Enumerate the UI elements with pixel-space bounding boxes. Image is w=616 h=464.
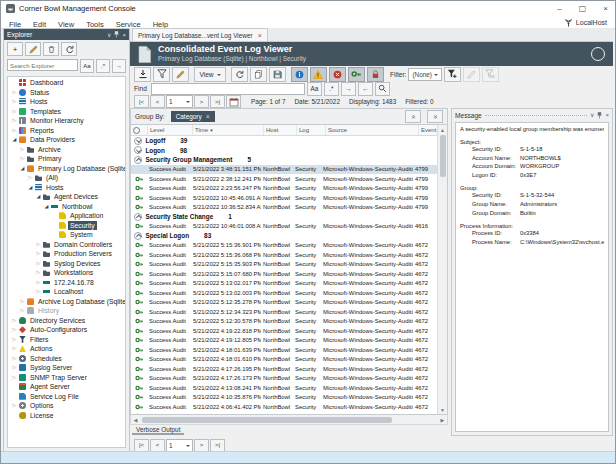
copy-button[interactable]	[250, 67, 267, 82]
toggle-failure-audit-button[interactable]	[367, 67, 384, 82]
collapse-icon[interactable]: ◢	[35, 194, 42, 199]
event-row[interactable]: Success Audit5/21/2022 5:15:35.903 PMNor…	[131, 260, 437, 270]
collapse-icon[interactable]: ◢	[43, 204, 50, 209]
add-filter-button[interactable]	[444, 67, 461, 82]
column-header-host[interactable]: Host	[264, 125, 297, 135]
find-previous-icon[interactable]: ←	[358, 82, 373, 96]
group-row-special-logon[interactable]: Special Logon83	[131, 231, 437, 241]
toggle-error-button[interactable]	[329, 67, 346, 82]
event-row[interactable]: Success Audit5/21/2022 5:12:34.323 PMNor…	[131, 307, 437, 317]
tree-item-primary[interactable]: ▷Primary	[8, 154, 125, 164]
previous-page-button[interactable]: <	[150, 95, 165, 108]
pin-icon[interactable]	[597, 112, 602, 119]
delete-button[interactable]	[43, 42, 59, 56]
expand-icon[interactable]: ▷	[19, 147, 26, 152]
tree-item-localhost[interactable]: ▷Localhost	[8, 287, 125, 297]
tree-item-security[interactable]: Security	[8, 221, 125, 231]
page-select[interactable]: 1	[166, 439, 193, 452]
close-icon[interactable]: ×	[122, 32, 126, 38]
expand-icon[interactable]: ▷	[19, 308, 26, 313]
event-row[interactable]: Success Audit5/21/2022 2:38:12.241 PMNor…	[131, 174, 437, 184]
expand-icon[interactable]: ▷	[11, 118, 18, 123]
tree-item-history[interactable]: ▷History	[8, 306, 125, 316]
chevron-down-icon[interactable]: ∨	[107, 32, 111, 38]
tree-item-archive[interactable]: ▷Archive	[8, 145, 125, 155]
expand-icon[interactable]: ▷	[19, 299, 26, 304]
page-select[interactable]: 1	[166, 95, 193, 108]
collapse-group-icon[interactable]	[134, 213, 142, 221]
refresh-button[interactable]	[231, 67, 248, 82]
add-button[interactable]: +	[7, 42, 23, 56]
edit-filter-button[interactable]	[463, 67, 480, 82]
tree-item-reports[interactable]: ▷Reports	[8, 126, 125, 136]
event-row[interactable]: Success Audit5/21/2022 4:10:35.876 PMNor…	[131, 393, 437, 403]
first-page-button[interactable]: |<	[134, 439, 149, 452]
tree-item-monitor-hierarchy[interactable]: ▷Monitor Hierarchy	[8, 116, 125, 126]
expand-group-icon[interactable]	[134, 146, 142, 154]
expand-icon[interactable]: ▷	[35, 261, 42, 266]
tree-item-templates[interactable]: ▷Templates	[8, 107, 125, 117]
tree-item-hosts[interactable]: ◢Hosts	[8, 183, 125, 193]
event-row[interactable]: Success Audit5/21/2022 5:12:30.578 PMNor…	[131, 317, 437, 327]
event-row[interactable]: Success Audit5/21/2022 5:15:36.901 PMNor…	[131, 241, 437, 251]
drag-handle[interactable]	[485, 115, 587, 116]
first-page-button[interactable]: |<	[134, 95, 149, 108]
save-button[interactable]	[269, 67, 286, 82]
event-row[interactable]: Success Audit5/21/2022 5:12:35.278 PMNor…	[131, 298, 437, 308]
toggle-warning-button[interactable]	[310, 67, 327, 82]
horizontal-scrollbar[interactable]: ◀ ▶	[130, 415, 448, 425]
explorer-search-input[interactable]	[7, 59, 78, 71]
event-row[interactable]: Success Audit5/21/2022 5:15:07.680 PMNor…	[131, 269, 437, 279]
toggle-information-button[interactable]	[291, 67, 308, 82]
event-row[interactable]: Success Audit5/21/2022 2:23:56.247 PMNor…	[131, 184, 437, 194]
search-next-icon[interactable]: →	[112, 59, 126, 73]
expand-icon[interactable]: ▷	[35, 280, 42, 285]
tree-item-production-servers[interactable]: ▷Production Servers	[8, 249, 125, 259]
calendar-button[interactable]	[226, 95, 241, 108]
host-status[interactable]: LocalHost	[564, 18, 615, 27]
edit-button[interactable]	[25, 42, 41, 56]
event-row[interactable]: Success Audit5/21/2022 10:36:52.834 AMNo…	[131, 203, 437, 213]
tree-item-system[interactable]: System	[8, 230, 125, 240]
event-row[interactable]: Success Audit5/21/2022 4:04:58.236 PMNor…	[131, 412, 437, 415]
previous-page-button[interactable]: <	[150, 439, 165, 452]
tab-event-log-viewer[interactable]: Primary Log Database...vent Log Viewer ×	[132, 28, 268, 41]
scroll-up-icon[interactable]: ▲	[438, 125, 447, 134]
tree-item-license[interactable]: License	[8, 411, 125, 421]
expand-icon[interactable]: ▷	[35, 270, 42, 275]
scroll-left-icon[interactable]: ◀	[131, 415, 140, 424]
tab-verbose-output[interactable]: Verbose Output	[132, 425, 184, 435]
tree-item-hosts[interactable]: ▷Hosts	[8, 97, 125, 107]
event-row[interactable]: Success Audit5/21/2022 3:48:31.151 PMNor…	[131, 165, 437, 175]
collapse-icon[interactable]: ◢	[27, 185, 34, 190]
event-row[interactable]: Success Audit5/21/2022 4:13:08.241 PMNor…	[131, 383, 437, 393]
chevron-down-icon[interactable]: ∨	[590, 112, 594, 118]
vertical-scrollbar[interactable]: ▲ ▼	[437, 125, 447, 414]
event-row[interactable]: Success Audit5/21/2022 4:06:41.402 PMNor…	[131, 402, 437, 412]
tree-item-archive-log-database-sqlite[interactable]: ▷Archive Log Database (Sqlite)	[8, 297, 125, 307]
expand-icon[interactable]: ▷	[11, 128, 18, 133]
collapse-icon[interactable]: ◢	[19, 166, 26, 171]
expand-group-icon[interactable]	[134, 137, 142, 145]
expand-icon[interactable]: ▷	[11, 346, 18, 351]
collapse-group-icon[interactable]	[134, 156, 142, 164]
edit-log-button[interactable]	[172, 67, 189, 82]
expand-icon[interactable]: ▷	[35, 242, 42, 247]
column-header-level[interactable]: Level	[148, 125, 193, 135]
expand-icon[interactable]: ▷	[11, 337, 18, 342]
collapse-icon[interactable]: ◢	[11, 137, 18, 142]
find-next-icon[interactable]: →	[341, 82, 356, 96]
tree-item-dashboard[interactable]: Dashboard	[8, 78, 125, 88]
group-row-security-state-change[interactable]: Security State Change1	[131, 212, 437, 222]
chip-close-icon[interactable]: ×	[206, 113, 210, 120]
tree-item-domain-controllers[interactable]: ▷Domain Controllers	[8, 240, 125, 250]
scroll-right-icon[interactable]: ▶	[438, 415, 447, 424]
regex-button[interactable]: .*	[324, 82, 339, 96]
expand-icon[interactable]: ▷	[11, 403, 18, 408]
group-row-security-group-management[interactable]: Security Group Management5	[131, 155, 437, 165]
tree-item-data-providers[interactable]: ◢Data Providers	[8, 135, 125, 145]
group-row-logoff[interactable]: Logoff39	[131, 136, 437, 146]
tree-item-northbowl[interactable]: ◢Northbowl	[8, 202, 125, 212]
tree-item-options[interactable]: ▷Options	[8, 401, 125, 411]
maximize-button[interactable]: ▢	[573, 2, 592, 15]
